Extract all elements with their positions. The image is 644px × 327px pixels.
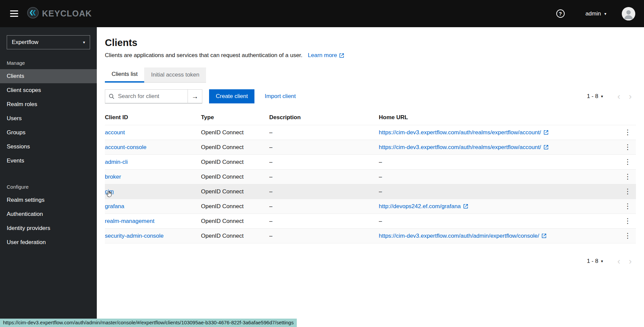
row-actions-kebab-button[interactable]: ⋮ — [621, 173, 635, 180]
sidebar-item-user-federation[interactable]: User federation — [0, 235, 97, 249]
row-actions-cell: ⋮ — [619, 155, 636, 170]
client-description-cell: – — [269, 140, 379, 155]
row-actions-cell: ⋮ — [619, 140, 636, 155]
search-submit-button[interactable]: → — [188, 89, 202, 103]
home-url-text: https://cim-dev3.expertflow.com/auth/adm… — [379, 233, 539, 239]
avatar[interactable] — [622, 7, 635, 20]
nav-section-title: Configure — [0, 177, 97, 193]
pagination-range-label: 1 - 8 — [587, 258, 598, 265]
sidebar-item-authentication[interactable]: Authentication — [0, 207, 97, 221]
sidebar-item-identity-providers[interactable]: Identity providers — [0, 221, 97, 235]
pagination-prev-button[interactable]: ‹ — [613, 91, 625, 102]
clients-table: Client IDTypeDescriptionHome URL account… — [105, 110, 636, 243]
home-url-link[interactable]: https://cim-dev3.expertflow.com/auth/rea… — [379, 129, 548, 136]
client-type-cell: OpenID Connect — [201, 170, 269, 184]
row-actions-cell: ⋮ — [619, 199, 636, 214]
table-row: cimOpenID Connect––⋮ — [105, 184, 636, 199]
client-type-cell: OpenID Connect — [201, 214, 269, 229]
caret-down-icon: ▾ — [601, 94, 603, 99]
actions-column-header — [619, 110, 636, 125]
table-row: brokerOpenID Connect––⋮ — [105, 170, 636, 184]
user-menu[interactable]: admin ▾ — [586, 10, 606, 17]
row-actions-kebab-button[interactable]: ⋮ — [621, 158, 635, 165]
client-id-link[interactable]: broker — [105, 174, 121, 180]
table-row: grafanaOpenID Connect–http://devops242.e… — [105, 199, 636, 214]
external-link-icon — [544, 145, 548, 149]
row-actions-kebab-button[interactable]: ⋮ — [621, 217, 635, 224]
pagination-prev-button[interactable]: ‹ — [613, 255, 625, 267]
sidebar-item-clients[interactable]: Clients — [0, 69, 97, 83]
client-description-cell: – — [269, 155, 379, 170]
caret-down-icon: ▾ — [601, 259, 603, 264]
pagination-next-button[interactable]: › — [625, 91, 636, 102]
row-actions-kebab-button[interactable]: ⋮ — [621, 232, 635, 239]
table-row: accountOpenID Connect–https://cim-dev3.e… — [105, 125, 636, 140]
client-type-cell: OpenID Connect — [201, 125, 269, 140]
sidebar-item-sessions[interactable]: Sessions — [0, 140, 97, 154]
client-id-cell: cim — [105, 184, 201, 199]
row-actions-kebab-button[interactable]: ⋮ — [621, 143, 635, 150]
client-id-link[interactable]: realm-management — [105, 218, 154, 224]
pagination-range-dropdown[interactable]: 1 - 8 ▾ — [587, 258, 603, 265]
create-client-button[interactable]: Create client — [209, 89, 254, 103]
search-input[interactable] — [117, 93, 184, 100]
client-id-cell: security-admin-console — [105, 229, 201, 243]
client-id-cell: account-console — [105, 140, 201, 155]
table-row: account-consoleOpenID Connect–https://ci… — [105, 140, 636, 155]
realm-selector[interactable]: Expertflow ▾ — [7, 35, 90, 49]
table-row: realm-managementOpenID Connect––⋮ — [105, 214, 636, 229]
tab-initial-access-token[interactable]: Initial access token — [144, 67, 206, 83]
search-icon — [109, 93, 115, 99]
sidebar-item-events[interactable]: Events — [0, 154, 97, 168]
client-id-link[interactable]: cim — [105, 188, 114, 195]
client-id-link[interactable]: admin-cli — [105, 159, 128, 165]
caret-down-icon: ▾ — [83, 40, 85, 45]
row-actions-kebab-button[interactable]: ⋮ — [621, 129, 635, 136]
realm-selector-value: Expertflow — [12, 39, 38, 46]
learn-more-link[interactable]: Learn more — [308, 52, 344, 59]
row-actions-kebab-button[interactable]: ⋮ — [621, 202, 635, 209]
client-id-link[interactable]: account-console — [105, 144, 147, 150]
client-type-cell: OpenID Connect — [201, 229, 269, 243]
home-url-link[interactable]: https://cim-dev3.expertflow.com/auth/adm… — [379, 233, 546, 239]
caret-down-icon: ▾ — [604, 11, 606, 16]
client-description-cell: – — [269, 170, 379, 184]
home-url-text: http://devops242.ef.com/grafana — [379, 203, 461, 210]
home-url-text: https://cim-dev3.expertflow.com/auth/rea… — [379, 144, 541, 151]
home-url-link[interactable]: http://devops242.ef.com/grafana — [379, 203, 468, 210]
column-header: Description — [269, 110, 379, 125]
search-box — [105, 89, 188, 103]
external-link-icon — [544, 130, 548, 135]
row-actions-kebab-button[interactable]: ⋮ — [621, 188, 635, 195]
client-description-cell: – — [269, 125, 379, 140]
page-title: Clients — [105, 37, 636, 48]
row-actions-cell: ⋮ — [619, 214, 636, 229]
sidebar-item-realm-settings[interactable]: Realm settings — [0, 193, 97, 207]
client-id-link[interactable]: security-admin-console — [105, 233, 164, 239]
help-icon[interactable]: ? — [556, 9, 565, 18]
browser-status-bar: https://cim-dev3.expertflow.com/auth/adm… — [0, 319, 297, 327]
keycloak-logo[interactable]: KEYCLOAK — [27, 7, 92, 20]
client-type-cell: OpenID Connect — [201, 155, 269, 170]
client-id-link[interactable]: account — [105, 129, 125, 136]
top-pagination: 1 - 8 ▾ ‹ › — [587, 91, 636, 102]
row-actions-cell: ⋮ — [619, 170, 636, 184]
sidebar-item-client-scopes[interactable]: Client scopes — [0, 83, 97, 97]
sidebar-item-users[interactable]: Users — [0, 111, 97, 126]
bottom-pagination: 1 - 8 ▾ ‹ › — [105, 255, 636, 267]
page-subtitle: Clients are applications and services th… — [105, 52, 303, 59]
column-header: Client ID — [105, 110, 201, 125]
home-url-link[interactable]: https://cim-dev3.expertflow.com/auth/rea… — [379, 144, 548, 151]
home-url-cell: http://devops242.ef.com/grafana — [379, 199, 619, 214]
pagination-range-dropdown[interactable]: 1 - 8 ▾ — [587, 93, 603, 100]
client-id-link[interactable]: grafana — [105, 203, 124, 209]
toolbar: → Create client Import client 1 - 8 ▾ ‹ … — [105, 89, 636, 103]
pagination-next-button[interactable]: › — [625, 255, 636, 267]
sidebar-item-realm-roles[interactable]: Realm roles — [0, 97, 97, 111]
sidebar-item-groups[interactable]: Groups — [0, 126, 97, 140]
tab-clients-list[interactable]: Clients list — [105, 67, 144, 83]
hamburger-menu-button[interactable] — [7, 8, 21, 19]
import-client-link[interactable]: Import client — [265, 93, 296, 100]
brand-wordmark: KEYCLOAK — [42, 9, 92, 18]
username-label: admin — [586, 10, 601, 17]
